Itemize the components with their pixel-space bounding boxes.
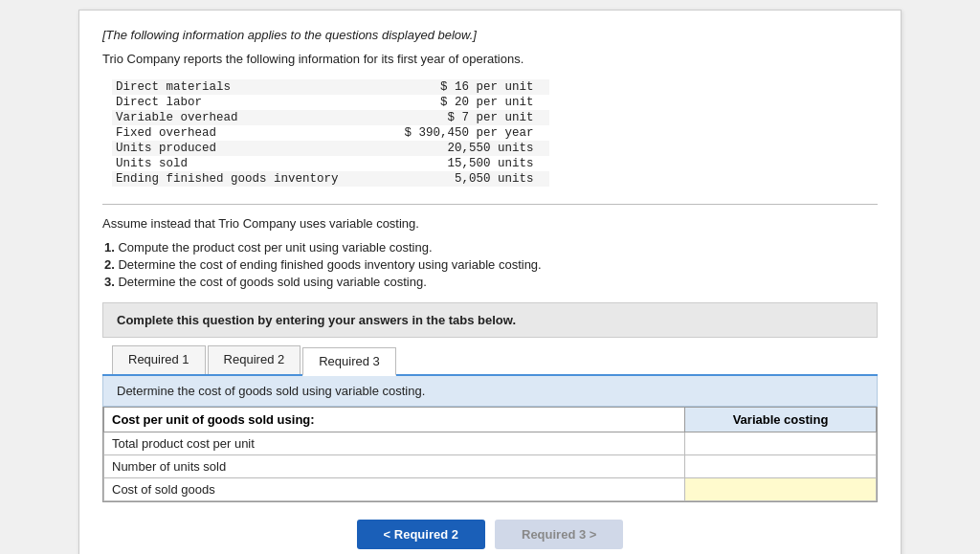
data-label: Direct labor	[112, 95, 396, 110]
row-input-cell[interactable]	[685, 432, 877, 455]
company-text: Trio Company reports the following infor…	[102, 52, 878, 66]
table-row: Number of units sold	[104, 455, 877, 478]
data-value: $ 7 per unit	[396, 110, 549, 125]
numbered-item: 3. Determine the cost of goods sold usin…	[104, 275, 878, 289]
data-row: Direct materials $ 16 per unit	[112, 79, 549, 95]
tabs-container: Required 1Required 2Required 3	[102, 338, 878, 376]
numbered-item: 1. Compute the product cost per unit usi…	[104, 240, 878, 255]
data-row: Fixed overhead $ 390,450 per year	[112, 125, 549, 141]
tab-content-header: Determine the cost of goods sold using v…	[102, 376, 878, 407]
section-divider	[102, 204, 878, 205]
data-value: 5,050 units	[396, 171, 549, 187]
answer-table-wrapper: Cost per unit of goods sold using: Varia…	[102, 407, 878, 502]
row-input-cell[interactable]	[685, 478, 877, 501]
data-value: $ 16 per unit	[396, 79, 549, 95]
data-value: $ 20 per unit	[396, 95, 549, 110]
bottom-nav: < Required 2 Required 3 >	[102, 520, 878, 549]
row-input[interactable]	[685, 455, 876, 477]
row-input[interactable]	[685, 432, 876, 454]
table-row: Cost of sold goods	[104, 478, 877, 501]
assume-text: Assume instead that Trio Company uses va…	[102, 216, 878, 231]
data-label: Variable overhead	[112, 110, 396, 125]
numbered-list: 1. Compute the product cost per unit usi…	[104, 240, 878, 289]
bracket-text: [The following information applies to th…	[102, 28, 878, 42]
data-value: 20,550 units	[396, 141, 549, 156]
next-button: Required 3 >	[495, 520, 623, 549]
tab-req3[interactable]: Required 3	[302, 347, 396, 376]
data-value: $ 390,450 per year	[396, 125, 549, 141]
data-row: Variable overhead $ 7 per unit	[112, 110, 549, 125]
table-row: Total product cost per unit	[104, 432, 877, 455]
row-input-cell[interactable]	[685, 455, 877, 478]
prev-button[interactable]: < Required 2	[357, 520, 485, 549]
data-label: Ending finished goods inventory	[112, 171, 396, 187]
numbered-item: 2. Determine the cost of ending finished…	[104, 257, 878, 272]
data-row: Direct labor $ 20 per unit	[112, 95, 549, 110]
data-row: Units produced 20,550 units	[112, 141, 549, 156]
row-label: Number of units sold	[104, 455, 685, 478]
data-row: Units sold 15,500 units	[112, 156, 549, 171]
row-label: Total product cost per unit	[104, 432, 685, 455]
data-row: Ending finished goods inventory 5,050 un…	[112, 171, 549, 187]
data-value: 15,500 units	[396, 156, 549, 171]
data-table: Direct materials $ 16 per unitDirect lab…	[112, 79, 549, 187]
tab-req1[interactable]: Required 1	[112, 345, 206, 374]
tab-req2[interactable]: Required 2	[208, 345, 301, 374]
row-input[interactable]	[685, 478, 876, 500]
data-label: Units sold	[112, 156, 396, 171]
complete-box-text: Complete this question by entering your …	[117, 313, 863, 327]
data-label: Units produced	[112, 141, 396, 156]
col1-header: Cost per unit of goods sold using:	[104, 408, 685, 432]
answer-table: Cost per unit of goods sold using: Varia…	[103, 407, 877, 501]
complete-box: Complete this question by entering your …	[102, 302, 878, 338]
data-label: Direct materials	[112, 79, 396, 95]
data-label: Fixed overhead	[112, 125, 396, 141]
row-label: Cost of sold goods	[104, 478, 685, 501]
col2-header: Variable costing	[685, 408, 877, 432]
main-container: [The following information applies to th…	[78, 10, 902, 554]
